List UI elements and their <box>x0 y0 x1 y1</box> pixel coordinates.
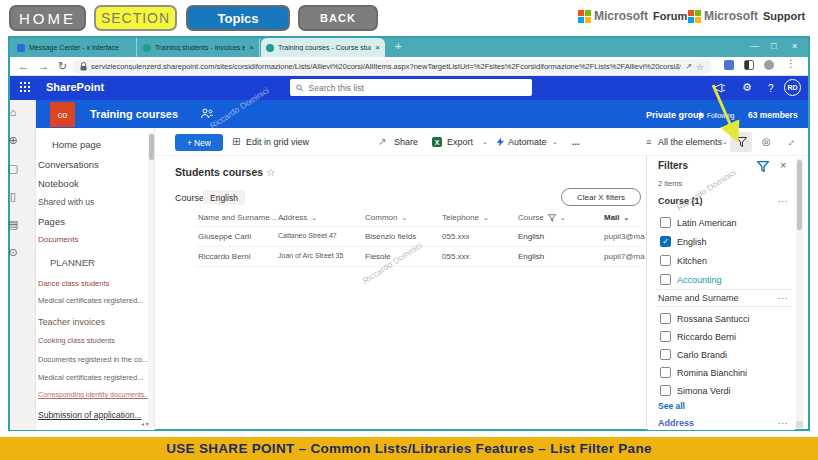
sidebar-item-home-page[interactable]: Home page <box>52 139 101 150</box>
site-name[interactable]: Training courses <box>90 108 178 120</box>
app-launcher-waffle-icon[interactable] <box>20 82 30 92</box>
sidebar-item-teacher-invoices[interactable]: Teacher invoices <box>38 317 105 327</box>
sidebar-item-identity-documents[interactable]: Corresponding identity documents... <box>38 391 150 398</box>
rail-files-icon[interactable]: ▯ <box>0 190 26 203</box>
toolbar-chevron-icon[interactable]: ⌄ <box>552 138 558 146</box>
rail-sites-globe-icon[interactable]: ⊕ <box>0 134 26 147</box>
checkbox-unchecked-icon[interactable] <box>660 349 671 360</box>
scrollbar-arrow[interactable] <box>796 421 803 428</box>
export-chevron-icon[interactable]: ⌄ <box>482 138 488 146</box>
rail-news-icon[interactable]: ▢ <box>0 162 26 175</box>
rail-create-icon[interactable]: ⊙ <box>0 246 26 259</box>
sidebar-item-documents-registered[interactable]: Documents registered in the co... <box>38 355 148 364</box>
window-minimize-icon[interactable]: — <box>750 41 759 51</box>
sidebar-item-shared-with-us[interactable]: Shared with us <box>38 197 94 207</box>
filter-funnel-blue-icon[interactable] <box>757 161 769 172</box>
follow-label[interactable]: Following <box>707 112 734 119</box>
column-header-address[interactable]: Address⌄ <box>278 213 317 222</box>
url-omnibox[interactable]: servizieconsulenzerd.sharepoint.com/site… <box>72 60 712 74</box>
open-filter-pane-button[interactable] <box>730 132 752 152</box>
nav-scroll-arrows[interactable]: ◂ ▾ <box>141 420 149 427</box>
favorite-star-icon[interactable]: ☆ <box>266 166 275 178</box>
browser-menu-kebab-icon[interactable]: ⋮ <box>786 58 796 69</box>
rail-lists-icon[interactable]: ▤ <box>0 218 26 231</box>
community-people-icon[interactable] <box>200 108 214 119</box>
sidebar-item-notebook[interactable]: Notebook <box>38 178 79 189</box>
search-input[interactable] <box>309 83 526 93</box>
section-button[interactable]: SECTION <box>94 5 177 31</box>
members-count[interactable]: 63 members <box>748 110 798 120</box>
active-filter-chip[interactable]: English <box>203 190 245 205</box>
checkbox-unchecked-icon[interactable] <box>660 217 671 228</box>
details-info-icon[interactable]: ◎ <box>762 136 771 147</box>
tab-close-icon[interactable]: × <box>249 43 254 52</box>
new-tab-button[interactable]: + <box>395 40 401 52</box>
column-header-mail[interactable]: Mail⌄ <box>604 213 629 222</box>
sidebar-item-medical-certificates[interactable]: Medical certificates registered... <box>38 296 143 305</box>
window-maximize-icon[interactable]: □ <box>771 41 776 51</box>
split-screen-icon[interactable] <box>744 60 754 70</box>
filter-option-kitchen[interactable]: Kitchen <box>660 255 707 266</box>
new-item-button[interactable]: +New <box>175 134 223 151</box>
edit-grid-view-button[interactable]: Edit in grid view <box>246 137 309 147</box>
topics-button[interactable]: Topics <box>186 5 290 31</box>
section-more-icon[interactable]: ... <box>778 291 789 301</box>
sidebar-item-medical-certificates-2[interactable]: Medical certificates registered... <box>38 373 143 382</box>
window-close-icon[interactable]: × <box>792 41 797 51</box>
bookmark-star-icon[interactable]: ☆ <box>696 62 704 72</box>
megaphone-icon[interactable] <box>714 83 726 93</box>
export-button[interactable]: Export <box>447 137 473 147</box>
toolbar-overflow-button[interactable]: ... <box>572 137 580 147</box>
sidebar-item-planner[interactable]: PLANNER <box>50 257 95 268</box>
filter-option-rossana-santucci[interactable]: Rossana Santucci <box>660 313 750 324</box>
column-header-common[interactable]: Common⌄ <box>365 213 407 222</box>
sidebar-item-cooking-class[interactable]: Cooking class students <box>38 336 115 345</box>
filter-section-address-title[interactable]: Address <box>658 418 694 428</box>
settings-gear-icon[interactable]: ⚙ <box>742 81 752 94</box>
sharepoint-app-name[interactable]: SharePoint <box>46 81 104 93</box>
sidebar-item-dance-class[interactable]: Dance class students <box>38 279 109 288</box>
share-button[interactable]: Share <box>394 137 418 147</box>
sidebar-item-pages[interactable]: Pages <box>38 216 65 227</box>
view-selector-button[interactable]: All the elements <box>658 137 722 147</box>
sidebar-item-submission[interactable]: Submission of application... <box>38 410 141 420</box>
view-selector-chevron-icon[interactable]: ⌄ <box>722 138 728 146</box>
rail-home-icon[interactable]: ⌂ <box>0 106 26 118</box>
checkbox-unchecked-icon[interactable] <box>660 331 671 342</box>
share-page-icon[interactable]: ↗ <box>685 62 692 71</box>
search-box[interactable] <box>290 79 532 96</box>
nav-scrollbar-thumb[interactable] <box>149 134 154 160</box>
filter-option-latin-american[interactable]: Latin American <box>660 217 737 228</box>
following-star-icon[interactable]: ★ <box>697 110 704 119</box>
tab-close-icon[interactable]: × <box>375 43 380 52</box>
browser-back-icon[interactable]: ← <box>18 59 29 73</box>
column-header-course[interactable]: Course⌄ <box>518 213 566 222</box>
filter-option-simona-verdi[interactable]: Simona Verdi <box>660 385 731 396</box>
checkbox-checked-icon[interactable]: ✓ <box>660 236 671 247</box>
filter-option-carlo-brandi[interactable]: Carlo Brandi <box>660 349 727 360</box>
section-more-icon[interactable]: ... <box>778 416 789 426</box>
automate-button[interactable]: Automate <box>508 137 547 147</box>
column-header-telephone[interactable]: Telephone⌄ <box>442 213 489 222</box>
browser-tab-2[interactable]: Training students - Invoices etc × <box>138 38 260 57</box>
nav-scrollbar[interactable] <box>148 132 154 428</box>
scrollbar-thumb[interactable] <box>797 160 802 230</box>
checkbox-unchecked-icon[interactable] <box>660 255 671 266</box>
browser-tab-3-active[interactable]: Training courses - Course students × <box>261 38 385 57</box>
filter-option-riccardo-berni[interactable]: Riccardo Berni <box>660 331 736 342</box>
browser-refresh-icon[interactable]: ↻ <box>58 59 67 73</box>
notification-bell-icon[interactable] <box>764 60 774 70</box>
home-button[interactable]: HOME <box>9 5 86 31</box>
filter-option-accounting[interactable]: Accounting <box>660 274 722 285</box>
checkbox-unchecked-icon[interactable] <box>660 367 671 378</box>
section-more-icon[interactable]: ... <box>778 194 789 204</box>
filter-option-romina-bianchini[interactable]: Romina Bianchini <box>660 367 747 378</box>
filter-option-english[interactable]: ✓ English <box>660 236 707 247</box>
help-icon[interactable]: ? <box>768 83 774 94</box>
checkbox-unchecked-icon[interactable] <box>660 313 671 324</box>
see-all-link[interactable]: See all <box>658 401 685 411</box>
checkbox-unchecked-icon[interactable] <box>660 385 671 396</box>
site-logo[interactable]: co <box>50 102 75 127</box>
filter-pane-close-icon[interactable]: × <box>780 159 786 171</box>
extension-icon[interactable] <box>724 60 734 70</box>
